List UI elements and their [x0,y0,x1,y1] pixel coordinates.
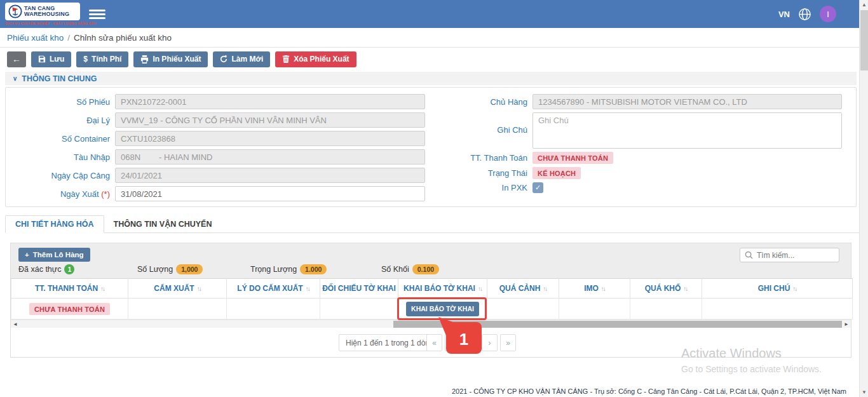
pagination-first-button[interactable]: « [426,334,442,351]
sort-icon[interactable]: ↑↓ [197,285,201,292]
vertical-scrollbar-thumb[interactable] [860,10,868,71]
col-qua-canh[interactable]: QUÁ CẢNH↑↓ [487,279,559,299]
back-button[interactable]: ← [7,51,26,67]
so-container-label: Số Container [11,134,115,144]
activate-windows-watermark: Activate Windows [681,346,782,361]
refresh-icon [220,55,227,63]
required-mark: (*) [101,189,110,199]
ghi-chu-label: Ghi Chú [459,112,532,135]
section-title: THÔNG TIN CHUNG [22,74,97,83]
ngay-cap-cang-label: Ngày Cập Cảng [11,171,115,180]
add-lot-button[interactable]: + Thêm Lô Hàng [18,248,90,262]
pagination-prev-button[interactable]: ‹ [445,334,461,351]
footer-text: 2021 - CÔNG TY CP KHO VẬN TÂN CẢNG - Trụ… [452,387,846,395]
status-badge: KẾ HOẠCH [532,167,581,179]
footer: 2021 - CÔNG TY CP KHO VẬN TÂN CẢNG - Trụ… [0,386,857,397]
tau-nhap-field [115,149,425,165]
cargo-detail-panel: + Thêm Lô Hàng Đã xác thực 1 Số Lượng 1,… [10,243,851,358]
so-phieu-field [115,94,425,109]
quantity-badge: 1,000 [176,264,203,274]
save-icon [38,55,46,63]
scroll-down-arrow-icon[interactable]: ▼ [860,387,868,397]
quantity-stat-label: Số Lượng [137,265,173,274]
col-ghi-chu[interactable]: GHI CHÚ↑↓ [702,279,853,299]
action-toolbar: ← Lưu $ Tính Phí In Phiếu Xuất Làm Mới X… [0,48,859,70]
pagination-next-button[interactable]: › [482,334,498,351]
breadcrumb: Phiếu xuất kho / Chỉnh sửa phiếu xuất kh… [0,28,859,48]
pagination-last-button[interactable]: » [500,334,516,351]
sort-icon[interactable]: ↑↓ [683,285,687,292]
breadcrumb-current: Chỉnh sửa phiếu xuất kho [74,33,172,43]
app-header: TAN CANG WAREHOUSING DỊCH VỤ CHUYÊN NGHI… [0,0,868,28]
sort-icon[interactable]: ↑↓ [792,285,796,292]
delete-button[interactable]: Xóa Phiếu Xuất [275,51,356,67]
horizontal-scrollbar-thumb[interactable] [393,321,842,328]
save-button[interactable]: Lưu [31,51,71,67]
user-avatar[interactable]: I [820,6,836,22]
plus-icon: + [25,251,29,259]
scroll-up-arrow-icon[interactable]: ▲ [860,0,868,10]
printer-icon [140,55,149,64]
detail-tabs: CHI TIẾT HÀNG HÓA THÔNG TIN VẬN CHUYỂN [5,215,863,233]
table-toolbar: + Thêm Lô Hàng Đã xác thực 1 Số Lượng 1,… [11,243,851,278]
search-icon [745,251,753,259]
anchor-logo-icon [8,4,22,18]
pagination-info: Hiện 1 đến 1 trong 1 dòng [339,334,441,351]
in-pxk-checkbox[interactable]: ✓ [532,182,543,193]
search-input[interactable] [757,251,827,260]
trash-icon [282,55,290,63]
col-cam-xuat[interactable]: CẤM XUẤT↑↓ [128,279,227,299]
weight-badge: 1.000 [300,264,327,274]
menu-hamburger-icon[interactable] [89,8,105,21]
activate-windows-subtext: Go to Settings to activate Windows. [681,364,822,374]
dollar-icon: $ [83,55,88,64]
sort-icon[interactable]: ↑↓ [306,285,309,292]
col-khai-bao-to-khai[interactable]: KHAI BÁO TỜ KHAI↑↓ [398,279,487,299]
globe-icon[interactable] [798,8,811,21]
tab-chi-tiet-hang-hoa[interactable]: CHI TIẾT HÀNG HÓA [5,215,104,233]
trang-thai-label: Trạng Thái [459,168,532,178]
refresh-button[interactable]: Làm Mới [213,51,270,67]
print-button[interactable]: In Phiếu Xuất [133,51,208,67]
so-phieu-label: Số Phiếu [11,97,115,107]
ngay-xuat-field[interactable] [115,186,425,201]
horizontal-scrollbar[interactable]: ◄ ► [11,320,851,328]
logo-tagline: DỊCH VỤ CHUYÊN NGHIỆP - CHẤT LƯỢNG HÀNG … [5,22,80,25]
sort-icon[interactable]: ↑↓ [543,285,546,292]
breadcrumb-parent-link[interactable]: Phiếu xuất kho [7,33,64,43]
table-row[interactable]: CHƯA THANH TOÁN KHAI BÁO TỜ KHAI [11,299,853,320]
tt-thanh-toan-label: TT. Thanh Toán [459,153,532,163]
col-imo[interactable]: IMO↑↓ [559,279,630,299]
col-doi-chieu-to-khai: ĐỐI CHIẾU TỜ KHAI [320,279,398,299]
table-header-row: TT. THANH TOÁN↑↓ CẤM XUẤT↑↓ LÝ DO CẤM XU… [11,279,853,299]
logo-line2: WAREHOUSING [24,11,69,17]
general-info-section-header[interactable]: ∨ THÔNG TIN CHUNG [5,72,857,85]
pagination-page-button[interactable]: 1 [463,334,479,351]
dai-ly-field [115,112,425,128]
language-label[interactable]: VN [778,10,790,19]
chu-hang-label: Chủ Hàng [459,97,532,107]
ngay-cap-cang-field [115,168,425,183]
sort-icon[interactable]: ↑↓ [601,285,605,292]
weight-stat-label: Trọng Lượng [250,265,297,274]
declare-customs-button[interactable]: KHAI BÁO TỜ KHAI [406,302,479,316]
chu-hang-field [532,94,842,109]
cargo-table: TT. THANH TOÁN↑↓ CẤM XUẤT↑↓ LÝ DO CẤM XU… [11,278,853,320]
col-qua-kho[interactable]: QUÁ KHỔ↑↓ [630,279,702,299]
sort-icon[interactable]: ↑↓ [478,285,482,292]
row-payment-status-badge: CHƯA THANH TOÁN [29,303,110,315]
col-ly-do-cam-xuat[interactable]: LÝ DO CẤM XUẤT↑↓ [227,279,320,299]
calc-fee-button[interactable]: $ Tính Phí [76,51,128,67]
col-tt-thanh-toan[interactable]: TT. THANH TOÁN↑↓ [11,279,128,299]
ngay-xuat-label: Ngày Xuất (*) [11,189,115,199]
tab-thong-tin-van-chuyen[interactable]: THÔNG TIN VẬN CHUYỂN [104,215,222,232]
ghi-chu-field[interactable] [532,112,842,149]
sort-icon[interactable]: ↑↓ [100,285,104,292]
in-pxk-label: In PXK [459,183,532,192]
so-container-field [115,131,425,146]
payment-status-badge: CHƯA THANH TOÁN [532,152,613,164]
company-logo[interactable]: TAN CANG WAREHOUSING DỊCH VỤ CHUYÊN NGHI… [5,3,80,25]
verified-stat-label: Đã xác thực [18,265,61,274]
search-box[interactable] [740,248,839,262]
vertical-scrollbar[interactable]: ▲ ▼ [859,0,868,397]
